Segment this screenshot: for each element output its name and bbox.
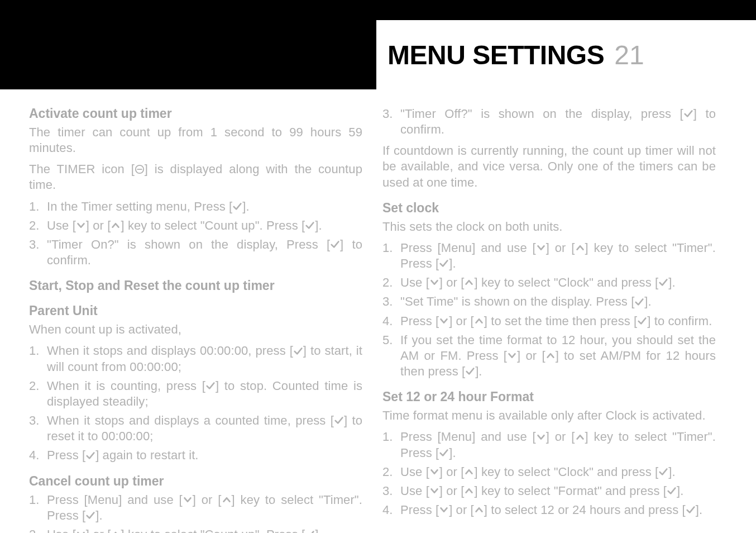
heading-parent-unit: Parent Unit [29, 303, 362, 318]
text-fragment: ] or [ [546, 241, 575, 255]
list-item: Use [] or [] key to select "Clock" and p… [382, 464, 716, 480]
heading-format: Set 12 or 24 hour Format [382, 389, 716, 404]
text-fragment: ]. [315, 218, 322, 232]
text-fragment: Press [Menu] and use [ [47, 493, 183, 507]
list-item: When it stops and displays 00:00:00, pre… [29, 343, 362, 374]
page-title: MENU SETTINGS [387, 40, 604, 70]
heading-start-stop: Start, Stop and Reset the count up timer [29, 278, 362, 293]
content-area: Activate count up timer The timer can co… [29, 106, 716, 516]
chevron-down-icon [76, 529, 86, 533]
chevron-up-icon [575, 242, 585, 253]
text-fragment: ] or [ [86, 218, 111, 232]
header-bar: MENU SETTINGS 21 [0, 0, 756, 89]
chevron-down-icon [536, 432, 546, 442]
chevron-up-icon [474, 505, 484, 515]
list-item: When it stops and displays a counted tim… [29, 413, 362, 444]
text-fragment: ]. [696, 503, 702, 517]
check-icon [465, 366, 475, 376]
header-title-block: MENU SETTINGS 21 [376, 20, 756, 89]
text-fragment: When it stops and displays a counted tim… [47, 413, 334, 427]
list-item: Press [Menu] and use [] or [] key to sel… [29, 492, 362, 524]
chevron-up-icon [575, 432, 585, 442]
text-activate-intro: The timer can count up from 1 second to … [29, 125, 362, 156]
text-fragment: ]. [449, 256, 456, 270]
text-fragment: Use [ [400, 465, 429, 479]
chevron-down-icon [76, 220, 86, 230]
check-icon [330, 239, 340, 249]
text-set-clock-intro: This sets the clock on both units. [382, 219, 716, 235]
text-fragment: ] to confirm. [647, 314, 712, 328]
list-cancel-steps: Press [Menu] and use [] or [] key to sel… [29, 492, 362, 534]
list-format-steps: Press [Menu] and use [] or [] key to sel… [382, 429, 716, 518]
check-icon [85, 510, 95, 520]
list-setclock-steps: Press [Menu] and use [] or [] key to sel… [382, 240, 716, 379]
check-icon [305, 220, 315, 230]
text-fragment: ] or [ [449, 314, 474, 328]
check-icon [293, 346, 303, 356]
text-fragment: ] key to select "Clock" and press [ [474, 275, 658, 289]
text-fragment: ] to select 12 or 24 hours and press [ [484, 503, 686, 517]
list-item: "Timer On?" is shown on the display, Pre… [29, 237, 362, 268]
chevron-up-icon [464, 277, 474, 287]
text-format-intro: Time format menu is available only after… [382, 408, 716, 423]
check-icon [634, 297, 644, 307]
list-item: "Timer Off?" is shown on the display, pr… [382, 106, 716, 137]
list-item: "Set Time" is shown on the display. Pres… [382, 294, 716, 310]
text-fragment: Press [ [400, 503, 439, 517]
text-fragment: ] key to select "Format" and press [ [474, 484, 666, 498]
check-icon [683, 108, 693, 118]
list-item: Press [Menu] and use [] or [] key to sel… [382, 429, 716, 460]
list-item: If you set the time format to 12 hour, y… [382, 332, 716, 379]
chevron-up-icon [222, 494, 232, 505]
text-fragment: ] key to select "Count up". Press [ [121, 218, 305, 232]
text-fragment: ]. [449, 446, 456, 460]
text-fragment: ] key to select "Clock" and press [ [474, 465, 658, 479]
text-fragment: Use [ [47, 218, 76, 232]
list-cancel-continued: "Timer Off?" is shown on the display, pr… [382, 106, 716, 137]
timer-icon [135, 164, 145, 174]
text-fragment: ] key to select "Count up". Press [ [121, 527, 305, 533]
text-fragment: ]. [242, 199, 249, 213]
text-fragment: ] or [ [193, 493, 222, 507]
text-fragment: Use [ [47, 527, 76, 533]
check-icon [667, 486, 677, 496]
text-fragment: When it is counting, press [ [47, 379, 205, 393]
list-item: Use [] or [] key to select "Format" and … [382, 483, 716, 499]
heading-cancel: Cancel count up timer [29, 474, 362, 489]
check-icon [439, 258, 449, 268]
check-icon [439, 448, 449, 458]
text-fragment: ] to set the time then press [ [484, 314, 637, 328]
chevron-down-icon [507, 350, 517, 360]
text-fragment: Use [ [400, 484, 429, 498]
check-icon [686, 505, 696, 515]
check-icon [334, 415, 344, 425]
check-icon [305, 529, 315, 533]
list-item: Press [] or [] to set the time then pres… [382, 313, 716, 329]
check-icon [658, 467, 668, 477]
list-item: Press [Menu] and use [] or [] key to sel… [382, 240, 716, 272]
text-fragment: ] or [ [546, 430, 575, 444]
list-item: In the Timer setting menu, Press []. [29, 199, 362, 215]
chevron-down-icon [183, 494, 193, 505]
chevron-down-icon [536, 242, 546, 253]
page-number: 21 [614, 40, 644, 70]
check-icon [85, 450, 95, 460]
text-fragment: Press [ [400, 314, 439, 328]
list-item: Press [] or [] to select 12 or 24 hours … [382, 502, 716, 518]
chevron-up-icon [464, 486, 474, 496]
check-icon [205, 380, 216, 391]
text-fragment: Use [ [400, 275, 429, 289]
chevron-up-icon [111, 220, 121, 230]
text-fragment: ]. [315, 527, 322, 533]
text-fragment: "Timer On?" is shown on the display, Pre… [47, 237, 330, 251]
text-fragment: "Timer Off?" is shown on the display, pr… [400, 107, 683, 121]
right-column: "Timer Off?" is shown on the display, pr… [382, 106, 716, 516]
text-fragment: ]. [95, 508, 102, 522]
chevron-up-icon [546, 350, 556, 360]
text-fragment: ]. [644, 294, 651, 308]
list-parent-steps: When it stops and displays 00:00:00, pre… [29, 343, 362, 463]
text-parent-intro: When count up is activated, [29, 322, 362, 337]
text-fragment: ]. [668, 465, 675, 479]
chevron-down-icon [429, 277, 439, 287]
text-fragment: ] or [ [439, 275, 465, 289]
